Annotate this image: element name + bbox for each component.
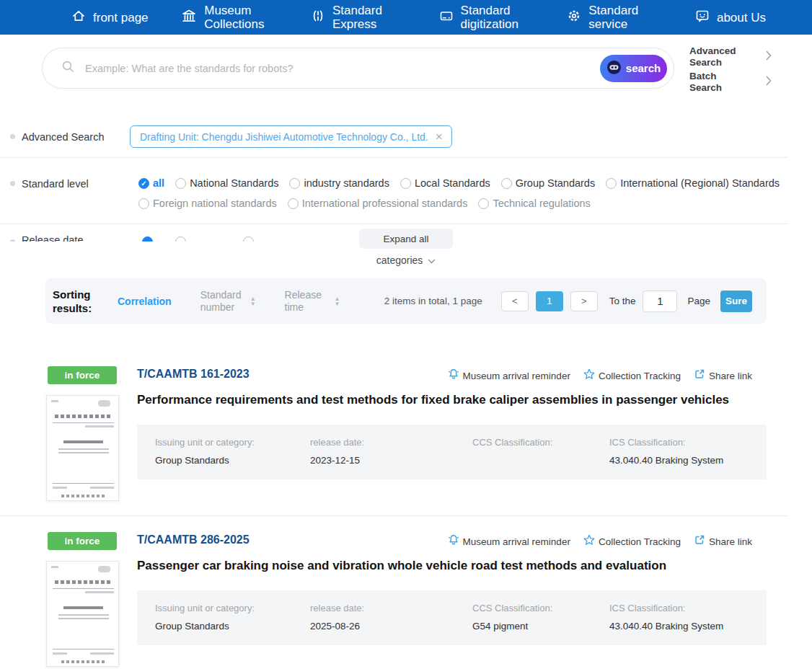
radio-icon [138, 198, 149, 209]
goto-page-input[interactable] [643, 291, 677, 312]
search-button-label: search [626, 62, 661, 74]
ics-value: 43.040.40 Braking System [609, 621, 767, 632]
expand-all-button[interactable]: Expand all [359, 229, 453, 249]
radio-icon [501, 178, 512, 189]
gear-icon [566, 8, 582, 27]
standard-title-link[interactable]: Performance requirements and test method… [137, 393, 772, 407]
sort-arrows-icon[interactable] [250, 296, 256, 306]
filter-tag-label: Drafting Unit: Chengdu Jishiwei Automoti… [140, 131, 428, 143]
issuing-value: Group Standards [155, 621, 310, 632]
card-actions: Museum arrival reminder Collection Track… [448, 534, 752, 549]
search-bar: search [42, 48, 674, 89]
divider [0, 223, 787, 224]
home-icon [71, 8, 87, 27]
museum-arrival-reminder-link[interactable]: Museum arrival reminder [448, 368, 570, 383]
standard-number-link[interactable]: T/CAAMTB 286-2025 [137, 533, 250, 546]
museum-icon [180, 7, 198, 27]
share-icon-link[interactable]: Share link [694, 534, 752, 549]
radio-icon [175, 178, 186, 189]
batch-search-link[interactable]: Batch Search [689, 71, 772, 94]
radio-international-regional-standards[interactable]: International (Regional) Standards [606, 177, 780, 189]
chevron-down-icon [428, 254, 436, 267]
radio-local-standards[interactable]: Local Standards [400, 177, 490, 189]
status-badge: in force [48, 532, 117, 550]
star-icon [583, 534, 595, 549]
standard-title-link[interactable]: Passenger car braking noise and vibratio… [137, 559, 772, 573]
collection-tracking-link[interactable]: Collection Tracking [583, 534, 681, 549]
robot-icon [606, 60, 622, 77]
ics-label: ICS Classification: [609, 603, 767, 613]
nav-item-front-page[interactable]: front page [71, 8, 149, 27]
result-card: in force T/CAAMTB 286-2025 Museum arriva… [0, 530, 812, 669]
document-thumbnail[interactable] [46, 561, 119, 667]
radio-icon [288, 198, 299, 209]
nav-item-label: Standard Express [332, 4, 406, 31]
nav-item-label: Standard digitization [461, 4, 534, 31]
chevron-right-icon [766, 76, 772, 89]
to-the-label: To the [609, 296, 636, 306]
nav-item-standard-express[interactable]: Standard Express [310, 4, 406, 31]
radio-icon[interactable] [175, 236, 186, 242]
nav-item-about-us[interactable]: about Us [694, 8, 766, 27]
ccs-label: CCS Classification: [472, 603, 609, 613]
radio-international-professional-standards[interactable]: International professional standards [288, 198, 468, 209]
chat-smiley-icon [694, 8, 710, 27]
radio-all[interactable]: all [138, 177, 164, 189]
page-1-button[interactable]: 1 [536, 291, 563, 311]
sort-standard-number[interactable]: Standard number [200, 289, 256, 314]
radio-technical-regulations[interactable]: Technical regulations [478, 198, 590, 209]
release-date-label: release date: [310, 603, 472, 613]
nav-item-label: front page [93, 11, 149, 25]
issuing-label: Issuing unit or category: [155, 437, 310, 448]
museum-arrival-reminder-link[interactable]: Museum arrival reminder [448, 534, 570, 549]
document-thumbnail[interactable] [46, 395, 119, 501]
radio-checked-icon[interactable] [142, 236, 153, 242]
advanced-search-row-label: Advanced Search [22, 131, 104, 143]
radio-industry-standards[interactable]: industry standards [289, 177, 389, 189]
issuing-label: Issuing unit or category: [155, 603, 310, 613]
release-date-value: 2025-08-26 [310, 621, 472, 632]
bell-icon [448, 368, 459, 383]
top-navigation: front page Museum Collections Standard E… [0, 0, 812, 35]
results-count: 2 items in total, 1 page [384, 296, 482, 306]
radio-foreign-national-standards[interactable]: Foreign national standards [138, 198, 277, 209]
radio-group-standards[interactable]: Group Standards [501, 177, 595, 189]
share-icon-link[interactable]: Share link [694, 368, 752, 383]
digitization-icon [438, 8, 454, 27]
close-icon[interactable]: × [436, 130, 443, 143]
standard-number-link[interactable]: T/CAAMTB 161-2023 [137, 368, 250, 381]
standard-level-options: all National Standards industry standard… [138, 174, 809, 214]
bullet-dot [10, 181, 15, 186]
result-card: in force T/CAAMTB 161-2023 Museum arriva… [0, 364, 812, 519]
release-date-row-clipped: Release date [0, 233, 310, 242]
nav-item-standard-service[interactable]: Standard service [566, 4, 662, 31]
search-input[interactable] [85, 63, 600, 74]
search-button[interactable]: search [600, 55, 667, 82]
page-label: Page [687, 296, 710, 306]
confirm-page-button[interactable]: Sure [720, 291, 752, 312]
categories-toggle[interactable]: categories [359, 254, 453, 267]
radio-icon[interactable] [243, 236, 254, 242]
nav-item-standard-digitization[interactable]: Standard digitization [438, 4, 534, 31]
nav-item-museum-collections[interactable]: Museum Collections [180, 4, 278, 31]
prev-page-button[interactable]: < [501, 291, 529, 311]
bell-icon [448, 534, 459, 549]
collection-tracking-link[interactable]: Collection Tracking [583, 368, 681, 383]
release-date-label: release date: [310, 437, 472, 448]
sort-arrows-icon[interactable] [335, 296, 340, 306]
status-badge: in force [48, 366, 117, 384]
radio-checked-icon [138, 178, 149, 189]
drafting-unit-filter-tag[interactable]: Drafting Unit: Chengdu Jishiwei Automoti… [130, 125, 452, 148]
sort-correlation[interactable]: Correlation [118, 296, 172, 307]
radio-icon [400, 178, 411, 189]
ccs-value: G54 pigment [472, 621, 609, 632]
standard-details: Issuing unit or category:Group Standards… [137, 425, 767, 479]
bullet-dot [10, 134, 15, 139]
radio-national-standards[interactable]: National Standards [175, 177, 278, 189]
sort-release-time[interactable]: Release time [285, 289, 340, 314]
standard-level-row-label: Standard level [22, 178, 89, 190]
next-page-button[interactable]: > [570, 291, 598, 311]
share-icon [694, 534, 705, 549]
advanced-search-link[interactable]: Advanced Search [689, 45, 772, 68]
radio-icon [606, 178, 617, 189]
